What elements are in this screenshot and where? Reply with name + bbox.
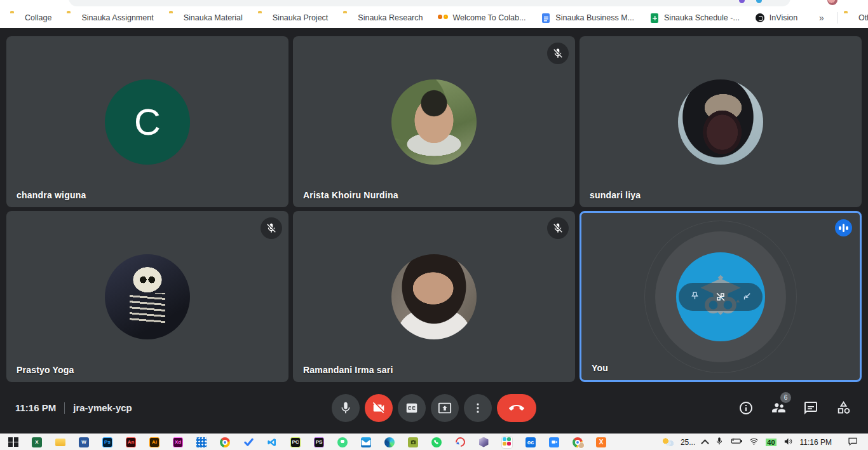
weather-icon[interactable] xyxy=(662,438,674,447)
illustrator-icon[interactable]: Ai xyxy=(149,437,160,448)
participant-tile-sundari[interactable]: sundari liya xyxy=(580,36,862,207)
participant-name: sundari liya xyxy=(590,190,641,200)
tray-clock[interactable]: 11:16 PM xyxy=(800,438,832,447)
adobe-xd-icon[interactable]: Xd xyxy=(172,437,184,448)
other-bookmarks-label: Other bookmarks xyxy=(858,13,868,22)
pycharm-icon[interactable]: PC xyxy=(290,437,301,448)
xampp-icon[interactable]: X xyxy=(595,437,607,448)
participants-button[interactable]: 6 xyxy=(770,400,787,416)
other-bookmarks-button[interactable]: Other bookmarks xyxy=(844,13,868,23)
participant-tile-you[interactable]: You xyxy=(580,211,862,382)
bookmark-sinauka-business[interactable]: Sinauka Business M... xyxy=(541,13,634,23)
file-explorer-icon[interactable] xyxy=(55,437,66,448)
chrome-icon[interactable] xyxy=(219,437,231,448)
meet-stage: C chandra wiguna Arista Khoiru Nurdina s… xyxy=(0,28,868,433)
excel-icon[interactable]: X xyxy=(31,437,43,448)
bookmark-collage[interactable]: Collage xyxy=(10,13,51,23)
mail-icon[interactable] xyxy=(360,437,372,448)
address-bar-partial[interactable] xyxy=(69,0,790,6)
battery-icon[interactable] xyxy=(731,437,742,447)
google-sheets-icon xyxy=(651,13,658,23)
calendar-icon[interactable] xyxy=(196,437,207,448)
tray-expand-chevron[interactable] xyxy=(701,439,709,447)
wifi-icon[interactable] xyxy=(749,437,759,448)
bookmark-sinauka-schedule[interactable]: Sinauka Schedule -... xyxy=(649,13,740,23)
edge-icon[interactable] xyxy=(384,437,395,448)
participant-tile-chandra-wiguna[interactable]: C chandra wiguna xyxy=(6,36,288,207)
activities-button[interactable] xyxy=(835,400,851,416)
avatar-initial: C xyxy=(105,79,190,165)
bookmark-label: Sinauka Schedule -... xyxy=(664,13,740,22)
browser-profile-avatar[interactable] xyxy=(827,0,837,5)
participant-tile-prastyo[interactable]: Prastyo Yoga xyxy=(6,211,288,382)
participant-name: chandra wiguna xyxy=(17,190,86,200)
muted-mic-icon xyxy=(547,43,569,64)
word-icon[interactable]: W xyxy=(78,437,90,448)
pin-tile-button[interactable] xyxy=(685,285,704,308)
bookmark-sinauka-material[interactable]: Sinauka Material xyxy=(169,13,243,23)
avatar-photo xyxy=(391,79,477,165)
android-icon[interactable] xyxy=(337,437,348,448)
windows-taskbar: X W Ps An Ai Xd PC PS xyxy=(0,433,868,450)
camera-app-icon[interactable] xyxy=(407,437,419,448)
weather-temperature[interactable]: 25... xyxy=(681,438,695,447)
bookmark-label: Sinauka Assignment xyxy=(81,13,153,22)
tray-microphone-icon[interactable] xyxy=(715,437,724,447)
participant-tile-arista[interactable]: Arista Khoiru Nurdina xyxy=(293,36,575,207)
participant-count-badge: 6 xyxy=(780,392,791,403)
recorder-app-icon[interactable] xyxy=(454,437,466,448)
system-tray: 25... 40 11:16 PM xyxy=(662,436,868,448)
minimize-tile-button[interactable] xyxy=(737,285,756,308)
photoshop-icon[interactable]: Ps xyxy=(102,437,113,448)
hexagon-app-icon[interactable] xyxy=(478,437,489,448)
avatar-photo xyxy=(391,254,477,339)
windows-start-button[interactable] xyxy=(8,437,19,448)
more-options-button[interactable] xyxy=(464,394,492,422)
bookmarks-overflow-chevron[interactable]: » xyxy=(813,13,831,23)
bookmarks-bar: Collage Sinauka Assignment Sinauka Mater… xyxy=(0,8,868,28)
bookmark-label: Welcome To Colab... xyxy=(452,13,526,22)
meeting-details-button[interactable] xyxy=(738,400,754,416)
vscode-icon[interactable] xyxy=(266,437,278,448)
bookmark-label: Collage xyxy=(25,13,51,22)
chat-button[interactable] xyxy=(803,400,819,416)
tile-hover-options xyxy=(679,283,763,311)
chrome-profile-icon[interactable] xyxy=(572,437,583,448)
present-screen-button[interactable] xyxy=(431,394,459,422)
meet-bottom-bar: 11:16 PM jra-ymek-ycp xyxy=(0,382,868,433)
muted-mic-icon xyxy=(547,217,569,239)
camera-off-button[interactable] xyxy=(365,394,393,422)
slack-icon[interactable] xyxy=(501,437,513,448)
meet-panel-buttons: 6 xyxy=(738,400,851,416)
bookmark-label: Sinauka Business M... xyxy=(555,13,634,22)
phpstorm-icon[interactable]: PS xyxy=(313,437,325,448)
audio-level-indicator xyxy=(835,219,852,236)
oc-app-icon[interactable]: oc xyxy=(525,437,536,448)
bookmark-sinauka-research[interactable]: Sinauka Research xyxy=(343,13,423,23)
participant-tile-ramandani[interactable]: Ramandani Irma sari xyxy=(293,211,575,382)
participant-name: Ramandani Irma sari xyxy=(303,365,393,375)
bookmark-label: Sinauka Project xyxy=(273,13,329,22)
bookmark-sinauka-assignment[interactable]: Sinauka Assignment xyxy=(67,13,153,23)
google-docs-icon xyxy=(542,13,550,23)
participant-name: You xyxy=(592,363,608,373)
remove-tile-button[interactable] xyxy=(711,285,730,308)
divider xyxy=(837,12,837,24)
action-center-icon[interactable] xyxy=(848,436,858,448)
captions-button[interactable] xyxy=(398,394,426,422)
whatsapp-icon[interactable] xyxy=(431,437,442,448)
microphone-button[interactable] xyxy=(332,394,360,422)
meeting-clock: 11:16 PM xyxy=(15,402,56,413)
meeting-code[interactable]: jra-ymek-ycp xyxy=(73,402,132,413)
volume-icon[interactable] xyxy=(783,437,793,448)
leave-call-button[interactable] xyxy=(497,394,536,422)
bookmark-sinauka-project[interactable]: Sinauka Project xyxy=(258,13,329,23)
todo-check-icon[interactable] xyxy=(243,437,254,448)
bookmark-invision[interactable]: InVision xyxy=(755,13,797,23)
battery-percent-badge[interactable]: 40 xyxy=(766,439,776,446)
participant-name: Prastyo Yoga xyxy=(17,365,74,375)
bookmark-colab[interactable]: Welcome To Colab... xyxy=(438,13,526,23)
muted-mic-icon xyxy=(261,217,282,239)
video-app-icon[interactable] xyxy=(548,437,560,448)
animate-icon[interactable]: An xyxy=(125,437,137,448)
